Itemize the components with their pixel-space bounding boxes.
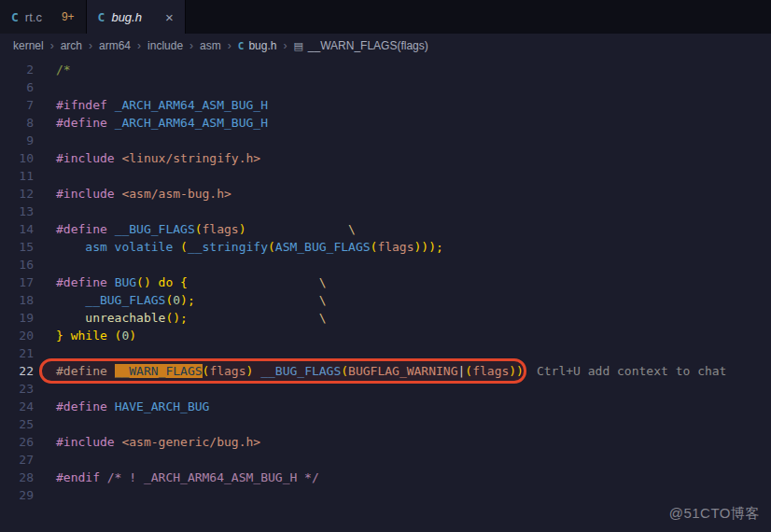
symbol-icon: ▤ <box>293 40 302 52</box>
line-number[interactable]: 28 <box>0 469 34 486</box>
line-number[interactable]: 18 <box>0 291 34 309</box>
breadcrumb-item-file[interactable]: C bug.h <box>238 39 277 52</box>
code-line[interactable]: 29 <box>0 486 771 504</box>
code-text: } while (0) <box>34 327 136 344</box>
code-text: #define __WARN_FLAGS(flags) __BUG_FLAGS(… <box>34 362 726 380</box>
watermark: @51CTO博客 <box>669 505 760 523</box>
line-number[interactable]: 12 <box>0 185 34 203</box>
line-number[interactable]: 13 <box>0 203 34 220</box>
code-text: #define BUG() do { \ <box>34 273 327 291</box>
line-number[interactable]: 7 <box>0 96 34 114</box>
code-text: asm volatile (__stringify(ASM_BUG_FLAGS(… <box>34 238 443 256</box>
c-file-icon: C <box>11 10 19 24</box>
line-number[interactable]: 25 <box>0 415 34 433</box>
code-text <box>34 380 56 398</box>
line-number[interactable]: 14 <box>0 220 34 238</box>
breadcrumb-separator: › <box>50 39 54 52</box>
code-line[interactable]: 16 <box>0 256 771 273</box>
code-line[interactable]: 9 <box>0 132 771 149</box>
code-line[interactable]: 22#define __WARN_FLAGS(flags) __BUG_FLAG… <box>0 362 771 380</box>
breadcrumb-item-asm[interactable]: asm <box>200 39 221 52</box>
code-text: unreachable(); \ <box>34 309 327 327</box>
line-number[interactable]: 19 <box>0 309 34 327</box>
code-text <box>34 415 56 433</box>
code-line[interactable]: 23 <box>0 380 771 398</box>
code-text <box>34 344 56 362</box>
code-line[interactable]: 13 <box>0 203 771 220</box>
code-line[interactable]: 27 <box>0 451 771 469</box>
breadcrumb-item-arch[interactable]: arch <box>61 39 82 52</box>
line-number[interactable]: 16 <box>0 256 34 273</box>
code-line[interactable]: 6 <box>0 78 771 96</box>
code-text: #include <asm/asm-bug.h> <box>34 185 231 203</box>
line-number[interactable]: 9 <box>0 132 34 149</box>
line-number[interactable]: 22 <box>0 362 34 380</box>
code-line[interactable]: 25 <box>0 415 771 433</box>
code-text: #include <linux/stringify.h> <box>34 149 260 167</box>
line-number[interactable]: 17 <box>0 273 34 291</box>
code-line[interactable]: 19 unreachable(); \ <box>0 309 771 327</box>
editor-window: C rt.c 9+ C bug.h × kernel › arch › arm6… <box>0 0 771 532</box>
code-line[interactable]: 17#define BUG() do { \ <box>0 273 771 291</box>
line-number[interactable]: 21 <box>0 344 34 362</box>
code-line[interactable]: 7#ifndef _ARCH_ARM64_ASM_BUG_H <box>0 96 771 114</box>
line-number[interactable]: 6 <box>0 78 34 96</box>
code-line[interactable]: 11 <box>0 167 771 185</box>
breadcrumb: kernel › arch › arm64 › include › asm › … <box>0 34 771 58</box>
code-text: __BUG_FLAGS(0); \ <box>34 291 327 309</box>
breadcrumb-item-arm64[interactable]: arm64 <box>99 39 131 52</box>
code-text <box>34 203 56 220</box>
code-line[interactable]: 15 asm volatile (__stringify(ASM_BUG_FLA… <box>0 238 771 256</box>
c-file-icon: C <box>238 40 245 52</box>
code-text: #endif /* ! _ARCH_ARM64_ASM_BUG_H */ <box>34 469 319 486</box>
code-text: #define __BUG_FLAGS(flags) \ <box>34 220 356 238</box>
line-number[interactable]: 15 <box>0 238 34 256</box>
code-line[interactable]: 14#define __BUG_FLAGS(flags) \ <box>0 220 771 238</box>
tab-label: bug.h <box>111 10 142 24</box>
breadcrumb-item-kernel[interactable]: kernel <box>13 39 44 52</box>
breadcrumb-separator: › <box>189 39 193 52</box>
breadcrumb-file-label: bug.h <box>248 39 276 52</box>
code-line[interactable]: 20} while (0) <box>0 327 771 344</box>
tab-bar-empty-space <box>186 0 771 34</box>
line-number[interactable]: 27 <box>0 451 34 469</box>
breadcrumb-separator: › <box>137 39 141 52</box>
breadcrumb-separator: › <box>283 39 287 52</box>
c-file-icon: C <box>98 10 105 24</box>
code-lines: 2/*67#ifndef _ARCH_ARM64_ASM_BUG_H8#defi… <box>0 61 771 504</box>
tab-badge: 9+ <box>62 10 75 23</box>
tab-bug-h[interactable]: C bug.h × <box>87 0 186 34</box>
line-number[interactable]: 23 <box>0 380 34 398</box>
code-line[interactable]: 2/* <box>0 61 771 78</box>
breadcrumb-item-symbol[interactable]: ▤ __WARN_FLAGS(flags) <box>293 39 428 52</box>
code-line[interactable]: 24#define HAVE_ARCH_BUG <box>0 398 771 415</box>
code-text <box>34 486 56 504</box>
code-text <box>34 167 56 185</box>
code-line[interactable]: 8#define _ARCH_ARM64_ASM_BUG_H <box>0 114 771 132</box>
code-editor[interactable]: 2/*67#ifndef _ARCH_ARM64_ASM_BUG_H8#defi… <box>0 58 771 504</box>
line-number[interactable]: 10 <box>0 149 34 167</box>
line-number[interactable]: 11 <box>0 167 34 185</box>
breadcrumb-separator: › <box>228 39 231 52</box>
line-number[interactable]: 20 <box>0 327 34 344</box>
close-tab-icon[interactable]: × <box>165 10 174 24</box>
line-number[interactable]: 2 <box>0 61 34 78</box>
line-number[interactable]: 8 <box>0 114 34 132</box>
code-text: #include <asm-generic/bug.h> <box>34 433 260 451</box>
code-text: #define HAVE_ARCH_BUG <box>34 398 209 415</box>
code-line[interactable]: 28#endif /* ! _ARCH_ARM64_ASM_BUG_H */ <box>0 469 771 486</box>
code-line[interactable]: 21 <box>0 344 771 362</box>
code-line[interactable]: 26#include <asm-generic/bug.h> <box>0 433 771 451</box>
code-text <box>34 78 56 96</box>
breadcrumb-item-include[interactable]: include <box>147 39 183 52</box>
code-line[interactable]: 18 __BUG_FLAGS(0); \ <box>0 291 771 309</box>
line-number[interactable]: 24 <box>0 398 34 415</box>
code-line[interactable]: 10#include <linux/stringify.h> <box>0 149 771 167</box>
line-number[interactable]: 26 <box>0 433 34 451</box>
code-text: #ifndef _ARCH_ARM64_ASM_BUG_H <box>34 96 268 114</box>
tab-rt-c[interactable]: C rt.c 9+ <box>0 0 87 34</box>
add-context-hint[interactable]: Ctrl+U add context to chat <box>524 364 727 378</box>
code-line[interactable]: 12#include <asm/asm-bug.h> <box>0 185 771 203</box>
breadcrumb-symbol-label: __WARN_FLAGS(flags) <box>308 39 428 52</box>
line-number[interactable]: 29 <box>0 486 34 504</box>
